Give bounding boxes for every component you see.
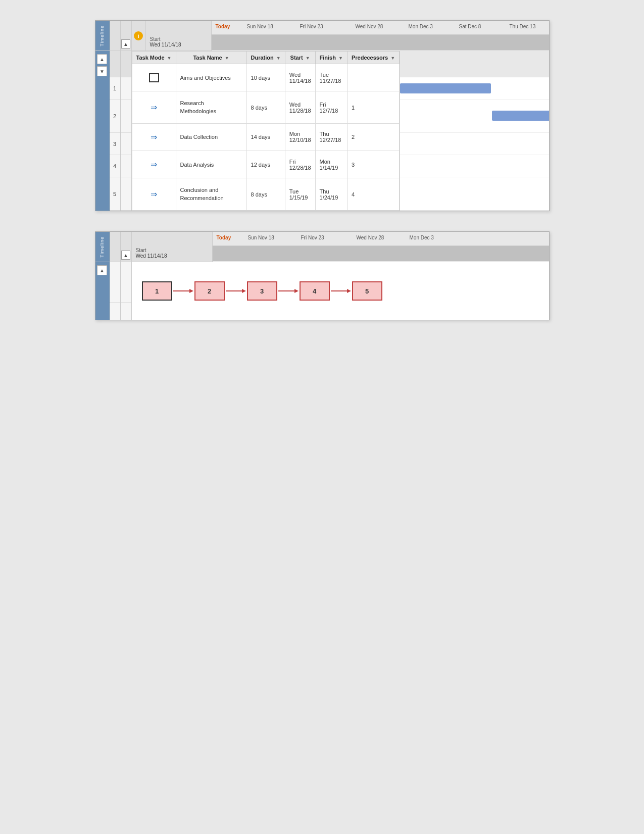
- svg-marker-5: [294, 289, 299, 293]
- start-cell-1: Wed 11/14/18: [285, 64, 315, 91]
- start-cell-5: Tue 1/15/19: [285, 178, 315, 211]
- duration-cell-4: 12 days: [246, 151, 285, 178]
- date-marker-wed-nov28: Wed Nov 28: [356, 24, 383, 29]
- collapse-row-3: [121, 133, 131, 155]
- network-panel: Timeline ▲ Start Wed 11/14/18 Today Sun …: [95, 231, 550, 320]
- predecessors-cell-3: 2: [347, 123, 399, 151]
- task-name-cell-2: ResearchMethodologies: [176, 91, 246, 124]
- timeline-sidebar-label: Timeline: [100, 25, 105, 46]
- duration-cell-2: 8 days: [246, 91, 285, 124]
- finish-cell-1: Tue 11/27/18: [315, 64, 347, 91]
- sort-arrow-task-name: ▼: [225, 56, 229, 61]
- gantt-panel: Timeline ▲ i Start Wed 11/14/18 Today Su…: [95, 20, 550, 211]
- col-header-finish[interactable]: Finish ▼: [315, 52, 347, 64]
- svg-marker-3: [242, 289, 246, 293]
- sort-arrow-predecessors: ▼: [390, 56, 395, 61]
- table-row: ⇒ Data Analysis 12 days Fri 12/28/18 Mon…: [132, 151, 400, 178]
- col-header-task-mode[interactable]: Task Mode ▼: [132, 52, 176, 64]
- date-marker-fri-nov23: Fri Nov 23: [300, 24, 323, 29]
- network-arrow-4-5: [331, 287, 351, 295]
- gantt-bar-1: [400, 83, 491, 93]
- network-date-fri-nov23: Fri Nov 23: [301, 235, 324, 240]
- table-row: ⇒ Data Collection 14 days Mon 12/10/18 T…: [132, 123, 400, 151]
- network-arrow-1-2: [173, 287, 193, 295]
- start-label: Start: [150, 36, 207, 42]
- collapse-up-icon: ▲: [123, 41, 128, 47]
- strip-btn-collapse[interactable]: ▲: [97, 54, 107, 64]
- task-mode-cell-4: ⇒: [132, 151, 176, 178]
- network-node-4: 4: [300, 281, 330, 301]
- duration-cell-1: 10 days: [246, 64, 285, 91]
- duration-cell-5: 8 days: [246, 178, 285, 211]
- sort-arrow-start: ▼: [306, 56, 310, 61]
- table-gantt-body: ▲ ▼ 1 2 3 4 5 Task Mode ▼: [95, 51, 549, 211]
- row-num-4: 4: [110, 155, 120, 177]
- predecessors-cell-5: 4: [347, 178, 399, 211]
- row-num-3: 3: [110, 133, 120, 155]
- col-header-duration[interactable]: Duration ▼: [246, 52, 285, 64]
- network-start-label: Start: [136, 248, 208, 253]
- task-name-cell-5: Conclusion andRecommendation: [176, 178, 246, 211]
- predecessors-cell-4: 3: [347, 151, 399, 178]
- date-marker-thu-dec13: Thu Dec 13: [510, 24, 536, 29]
- network-timeline-sidebar-label: Timeline: [100, 236, 105, 258]
- finish-cell-2: Fri 12/7/18: [315, 91, 347, 124]
- finish-cell-5: Thu 1/24/19: [315, 178, 347, 211]
- network-date-mon-dec3: Mon Dec 3: [410, 235, 434, 240]
- strip-btn-expand[interactable]: ▼: [97, 66, 107, 76]
- predecessors-cell-1: [347, 64, 399, 91]
- network-collapse-up-icon: ▲: [123, 253, 128, 258]
- network-diagram-area: 1 2 3: [132, 262, 549, 320]
- row-num-5: 5: [110, 177, 120, 211]
- task-mode-cell-5: ⇒: [132, 178, 176, 211]
- task-name-cell-3: Data Collection: [176, 123, 246, 151]
- task-name-cell-4: Data Analysis: [176, 151, 246, 178]
- network-body: ▲ 1 2: [95, 262, 549, 320]
- table-row: Aims and Objectives 10 days Wed 11/14/18…: [132, 64, 400, 91]
- task-mode-icon-3: ⇒: [151, 132, 157, 142]
- duration-cell-3: 14 days: [246, 123, 285, 151]
- row-num-2: 2: [110, 100, 120, 133]
- network-date-sun-nov18: Sun Nov 18: [248, 235, 274, 240]
- predecessors-cell-2: 1: [347, 91, 399, 124]
- task-mode-icon-2: ⇒: [151, 103, 157, 112]
- collapse-row-1: [121, 77, 131, 100]
- network-node-5: 5: [352, 281, 382, 301]
- svg-marker-7: [347, 289, 351, 293]
- start-cell-2: Wed 11/28/18: [285, 91, 315, 124]
- svg-marker-1: [189, 289, 193, 293]
- collapse-row-4: [121, 155, 131, 177]
- timeline-header: Timeline ▲ i Start Wed 11/14/18 Today Su…: [95, 21, 549, 51]
- task-mode-icon-5: ⇒: [151, 189, 157, 199]
- collapse-up-button[interactable]: ▲: [121, 39, 130, 48]
- network-node-1: 1: [142, 281, 172, 301]
- sort-arrow-duration: ▼: [276, 56, 281, 61]
- network-node-2: 2: [194, 281, 225, 301]
- network-strip-btn-collapse[interactable]: ▲: [97, 265, 107, 275]
- network-collapse-up-button[interactable]: ▲: [121, 251, 130, 260]
- collapse-row-5: [121, 177, 131, 211]
- col-header-predecessors[interactable]: Predecessors ▼: [347, 52, 399, 64]
- task-mode-cell-2: ⇒: [132, 91, 176, 124]
- today-date-marker: Today: [216, 24, 230, 29]
- collapse-row-2: [121, 100, 131, 133]
- task-mode-box-1: [149, 73, 159, 82]
- info-icon: i: [134, 31, 143, 40]
- network-today-marker: Today: [217, 235, 231, 240]
- task-name-cell-1: Aims and Objectives: [176, 64, 246, 91]
- gantt-bar-2: [492, 111, 549, 121]
- network-arrow-2-3: [226, 287, 246, 295]
- finish-cell-4: Mon 1/14/19: [315, 151, 347, 178]
- table-row: ⇒ ResearchMethodologies 8 days Wed 11/28…: [132, 91, 400, 124]
- network-arrow-3-4: [278, 287, 299, 295]
- sort-arrow-finish: ▼: [338, 56, 343, 61]
- network-diagram: 1 2 3: [137, 271, 544, 311]
- network-timeline-header: Timeline ▲ Start Wed 11/14/18 Today Sun …: [95, 232, 549, 262]
- table-row: ⇒ Conclusion andRecommendation 8 days Tu…: [132, 178, 400, 211]
- col-header-start[interactable]: Start ▼: [285, 52, 315, 64]
- col-header-task-name[interactable]: Task Name ▼: [176, 52, 246, 64]
- network-start-date: Wed 11/14/18: [136, 253, 208, 259]
- start-cell-4: Fri 12/28/18: [285, 151, 315, 178]
- network-date-wed-nov28: Wed Nov 28: [357, 235, 384, 240]
- row-num-1: 1: [110, 77, 120, 100]
